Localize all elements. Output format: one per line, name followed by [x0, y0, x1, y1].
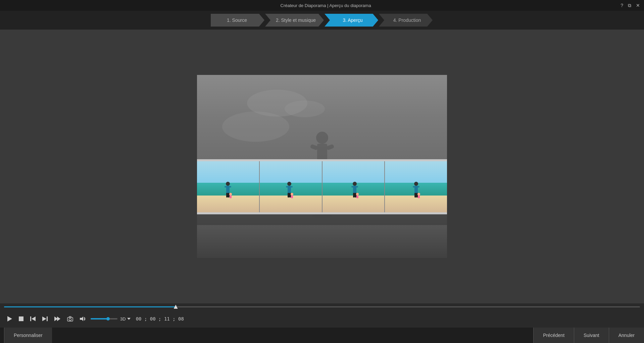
play-button[interactable]: [5, 315, 14, 323]
prev-button[interactable]: Précédent: [533, 328, 574, 343]
bottom-bar: Personnaliser Précédent Suivant Annuler: [0, 328, 644, 343]
progress-area[interactable]: [0, 303, 644, 310]
title-bar: Créateur de Diaporama | Aperçu du diapor…: [0, 0, 644, 11]
beach-person-1: [223, 181, 233, 199]
next-frame-button[interactable]: [40, 315, 50, 323]
film-image-1: [197, 161, 260, 212]
svg-rect-41: [30, 316, 31, 321]
svg-point-21: [291, 193, 293, 196]
svg-rect-26: [356, 186, 358, 187]
film-strip: [197, 161, 447, 212]
customize-button[interactable]: Personnaliser: [4, 328, 52, 343]
progress-track[interactable]: [4, 306, 640, 307]
volume-button[interactable]: [78, 315, 88, 323]
skip-forward-button[interactable]: [52, 315, 62, 323]
svg-marker-44: [42, 316, 46, 321]
beach-sky-1: [197, 161, 259, 183]
next-button[interactable]: Suivant: [574, 328, 609, 343]
svg-point-15: [287, 182, 291, 186]
svg-point-48: [69, 318, 71, 321]
svg-point-7: [226, 182, 230, 186]
svg-rect-20: [289, 193, 291, 198]
svg-point-29: [356, 193, 359, 196]
wizard-step-style[interactable]: 2. Style et musique: [265, 14, 324, 27]
svg-rect-25: [351, 186, 354, 187]
beach-sky-3: [323, 161, 385, 183]
svg-point-23: [353, 182, 357, 186]
svg-marker-42: [32, 316, 36, 321]
svg-rect-11: [226, 193, 228, 198]
cloud-3: [222, 112, 289, 142]
svg-marker-46: [57, 316, 60, 321]
svg-rect-38: [418, 196, 420, 198]
svg-rect-49: [69, 316, 71, 317]
help-button[interactable]: ?: [621, 3, 623, 8]
window-title: Créateur de Diaporama | Aperçu du diapor…: [31, 3, 621, 8]
svg-point-0: [316, 132, 328, 144]
beach-sky-4: [385, 161, 447, 183]
svg-point-13: [229, 193, 232, 196]
bottom-right: Précédent Suivant Annuler: [533, 328, 644, 343]
stop-button[interactable]: [17, 315, 26, 323]
svg-rect-19: [288, 193, 289, 198]
svg-rect-33: [413, 186, 415, 187]
beach-person-4: [411, 181, 421, 199]
strip-bottom: [197, 212, 447, 214]
svg-rect-40: [19, 316, 23, 321]
volume-thumb[interactable]: [106, 317, 110, 320]
film-image-2: [260, 161, 323, 212]
svg-point-37: [417, 193, 420, 196]
svg-rect-2: [310, 144, 318, 151]
film-image-4: [385, 161, 447, 212]
svg-rect-14: [230, 196, 232, 198]
prev-frame-button[interactable]: [28, 315, 38, 323]
volume-slider[interactable]: [91, 318, 117, 319]
restore-button[interactable]: ⧉: [628, 3, 631, 8]
svg-point-31: [414, 182, 418, 186]
svg-rect-3: [326, 144, 334, 151]
wizard-bar: 1. Source 2. Style et musique 3. Aperçu …: [0, 11, 644, 30]
preview-ground: [197, 225, 447, 258]
cloud-2: [285, 100, 325, 117]
svg-rect-10: [229, 186, 231, 187]
svg-rect-34: [417, 186, 419, 187]
wizard-step-production[interactable]: 4. Production: [379, 14, 433, 27]
wizard-step-apercu[interactable]: 3. Aperçu: [325, 14, 378, 27]
video-preview: [197, 75, 447, 258]
controls-bar: 3D 00 ; 00 ; 11 ; 08: [0, 310, 644, 328]
svg-rect-36: [416, 193, 418, 198]
film-image-3: [323, 161, 385, 212]
3d-button[interactable]: 3D: [120, 316, 131, 321]
svg-marker-51: [127, 318, 131, 320]
svg-rect-12: [228, 193, 230, 198]
main-preview-area: [0, 30, 644, 303]
volume-fill: [91, 318, 108, 319]
beach-person-3: [350, 181, 359, 199]
progress-fill: [4, 306, 176, 307]
svg-point-6: [312, 214, 332, 218]
svg-rect-30: [356, 196, 358, 198]
svg-marker-50: [80, 316, 83, 321]
svg-rect-43: [47, 316, 48, 321]
wizard-step-source[interactable]: 1. Source: [211, 14, 264, 27]
svg-rect-9: [225, 186, 227, 187]
svg-rect-17: [286, 186, 288, 187]
preview-background: [197, 75, 447, 258]
svg-rect-22: [291, 196, 293, 198]
timecode: 00 ; 00 ; 11 ; 08: [136, 316, 184, 321]
cancel-button[interactable]: Annuler: [609, 328, 644, 343]
beach-person-2: [285, 181, 294, 199]
svg-rect-18: [290, 186, 293, 187]
svg-rect-28: [355, 193, 356, 198]
bottom-left: Personnaliser: [0, 328, 52, 343]
beach-sky-2: [260, 161, 322, 183]
title-bar-controls: ? ⧉ ✕: [621, 3, 640, 8]
snapshot-button[interactable]: [65, 315, 75, 323]
close-button[interactable]: ✕: [636, 3, 640, 8]
svg-rect-35: [414, 193, 416, 198]
svg-rect-27: [353, 193, 355, 198]
svg-marker-39: [7, 316, 12, 321]
